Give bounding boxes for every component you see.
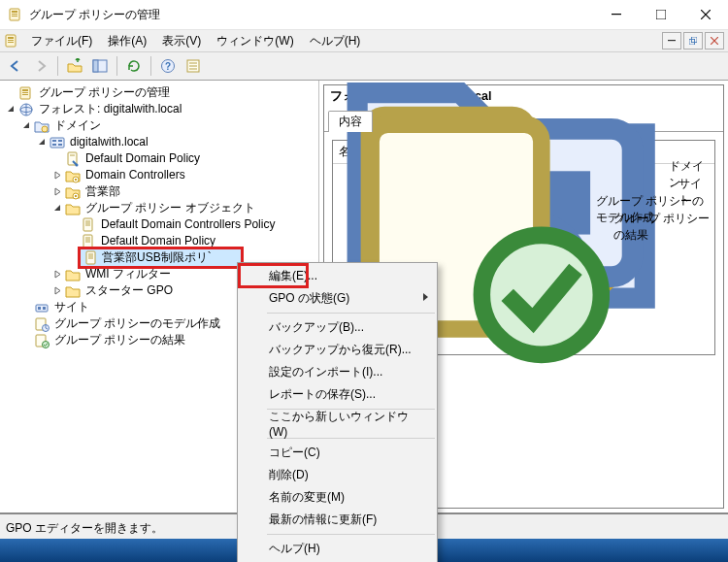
toolbar-properties-button[interactable] — [182, 54, 205, 78]
tree-label: グループ ポリシー オブジェクト — [83, 200, 257, 216]
ctx-item-label: ここから新しいウィンドウ(W) — [269, 409, 417, 439]
menu-help[interactable]: ヘルプ(H) — [302, 31, 369, 51]
expander-open-icon[interactable] — [4, 103, 17, 116]
menu-view[interactable]: 表示(V) — [154, 31, 209, 51]
expander-open-icon[interactable] — [35, 136, 49, 149]
ctx-item-label: 削除(D) — [269, 467, 309, 483]
expander-closed-icon[interactable] — [50, 268, 64, 281]
status-text: GPO エディターを開きます。 — [6, 520, 163, 537]
menu-file[interactable]: ファイル(F) — [23, 31, 100, 51]
tree-label: WMI フィルター — [83, 266, 173, 282]
toolbar-back-button[interactable] — [4, 54, 27, 78]
tree-node-domain-controllers[interactable]: Domain Controllers — [4, 167, 318, 183]
tree-node-ddcp[interactable]: Default Domain Controllers Policy — [4, 216, 318, 233]
menu-window[interactable]: ウィンドウ(W) — [209, 31, 301, 51]
tree-label: グループ ポリシーの管理 — [37, 84, 172, 101]
toolbar-separator — [57, 56, 58, 76]
expander-icon[interactable] — [66, 218, 80, 232]
expander-icon[interactable] — [19, 334, 33, 347]
list-item-results[interactable]: グループ ポリシーの結果 — [333, 218, 714, 236]
folder-icon — [65, 283, 81, 299]
menubar: ファイル(F) 操作(A) 表示(V) ウィンドウ(W) ヘルプ(H) — [0, 30, 728, 52]
tree-node-domains[interactable]: ドメイン — [4, 117, 318, 134]
list-item-label: グループ ポリシーの結果 — [613, 211, 711, 244]
gp-results-icon — [34, 333, 50, 348]
close-button[interactable] — [683, 0, 728, 29]
toolbar-up-button[interactable] — [63, 54, 86, 78]
expander-icon[interactable] — [19, 317, 33, 331]
ctx-item-save-report[interactable]: レポートの保存(S)... — [238, 383, 437, 406]
app-window: グループ ポリシーの管理 ファイル(F) 操作(A) 表示(V) ウィンドウ(W… — [0, 0, 728, 562]
expander-closed-icon[interactable] — [50, 169, 64, 182]
ctx-item-label: 編集(E)... — [269, 268, 317, 284]
expander-closed-icon[interactable] — [50, 185, 64, 199]
mdi-minimize-button[interactable] — [662, 32, 681, 50]
ctx-item-label: 名前の変更(M) — [269, 489, 345, 506]
sites-icon — [34, 300, 50, 315]
ctx-item-label: GPO の状態(G) — [269, 290, 349, 307]
expander-icon[interactable] — [19, 301, 33, 314]
ctx-item-import[interactable]: 設定のインポート(I)... — [238, 361, 437, 383]
expander-icon[interactable] — [50, 152, 64, 166]
toolbar-separator — [150, 56, 151, 76]
ctx-item-label: レポートの保存(S)... — [269, 386, 376, 403]
toolbar-help-button[interactable] — [156, 54, 180, 78]
context-menu-items: 編集(E)... GPO の状態(G) バックアップ(B)... バックアップか… — [238, 263, 437, 562]
gpo-icon — [81, 217, 96, 233]
gpo-link-icon — [65, 151, 81, 167]
ou-icon — [65, 184, 81, 200]
ctx-item-gpo-status[interactable]: GPO の状態(G) — [238, 287, 437, 310]
tree-node-gpo-container[interactable]: グループ ポリシー オブジェクト — [4, 200, 318, 216]
context-menu-separator — [267, 313, 435, 314]
ctx-item-refresh[interactable]: 最新の情報に更新(F) — [238, 509, 437, 531]
tree-node-forest[interactable]: フォレスト: digitalwith.local — [4, 101, 318, 117]
tree-label: サイト — [52, 299, 91, 315]
ctx-item-restore[interactable]: バックアップから復元(R)... — [238, 339, 437, 361]
tree-node-domain[interactable]: digitalwith.local — [4, 134, 318, 150]
domain-icon — [50, 135, 65, 150]
ou-icon — [65, 168, 81, 183]
ctx-item-edit[interactable]: 編集(E)... — [238, 265, 437, 287]
folder-icon — [65, 267, 81, 282]
submenu-arrow-icon — [423, 293, 429, 302]
ctx-item-label: バックアップから復元(R)... — [269, 342, 412, 358]
ctx-item-label: 設定のインポート(I)... — [269, 364, 382, 380]
ctx-item-rename[interactable]: 名前の変更(M) — [238, 486, 437, 509]
ctx-item-new-window[interactable]: ここから新しいウィンドウ(W) — [238, 413, 437, 435]
toolbar-showhide-tree-button[interactable] — [88, 54, 112, 78]
tree-label: Domain Controllers — [83, 167, 187, 183]
tree-label: digitalwith.local — [68, 134, 150, 150]
mdi-restore-button[interactable] — [683, 32, 703, 50]
gp-modeling-icon — [34, 316, 50, 332]
tab-contents[interactable]: 内容 — [328, 111, 373, 132]
tree-label: Default Domain Controllers Policy — [99, 216, 277, 233]
context-menu-separator — [267, 534, 435, 535]
tree-label: グループ ポリシーのモデル作成 — [52, 315, 222, 332]
toolbar-forward-button[interactable] — [29, 54, 52, 78]
domains-folder-icon — [34, 118, 50, 134]
ctx-item-delete[interactable]: 削除(D) — [238, 464, 437, 486]
mdi-buttons — [662, 32, 724, 50]
toolbar-refresh-button[interactable] — [122, 54, 146, 78]
expander-open-icon[interactable] — [50, 202, 64, 215]
gpm-icon — [18, 85, 34, 101]
ctx-item-backup[interactable]: バックアップ(B)... — [238, 316, 437, 339]
tree-node-root[interactable]: グループ ポリシーの管理 — [4, 84, 318, 101]
tree-label: フォレスト: digitalwith.local — [37, 101, 183, 117]
app-icon — [8, 7, 23, 22]
ctx-item-label: バックアップ(B)... — [269, 319, 364, 336]
expander-closed-icon[interactable] — [50, 284, 64, 298]
expander-open-icon[interactable] — [19, 119, 33, 133]
tree-label: ドメイン — [52, 117, 103, 134]
tree-node-default-domain-policy[interactable]: Default Domain Policy — [4, 150, 318, 167]
expander-icon[interactable] — [4, 86, 17, 100]
mdi-close-button[interactable] — [705, 32, 724, 50]
toolbar-separator — [116, 56, 117, 76]
tree-label: 営業部 — [83, 183, 122, 200]
tree-node-sales-ou[interactable]: 営業部 — [4, 183, 318, 200]
forest-icon — [18, 102, 34, 117]
tree-label: スターター GPO — [83, 282, 175, 299]
ctx-item-copy[interactable]: コピー(C) — [238, 442, 437, 464]
menu-action[interactable]: 操作(A) — [100, 31, 154, 51]
ctx-item-help[interactable]: ヘルプ(H) — [238, 538, 437, 560]
